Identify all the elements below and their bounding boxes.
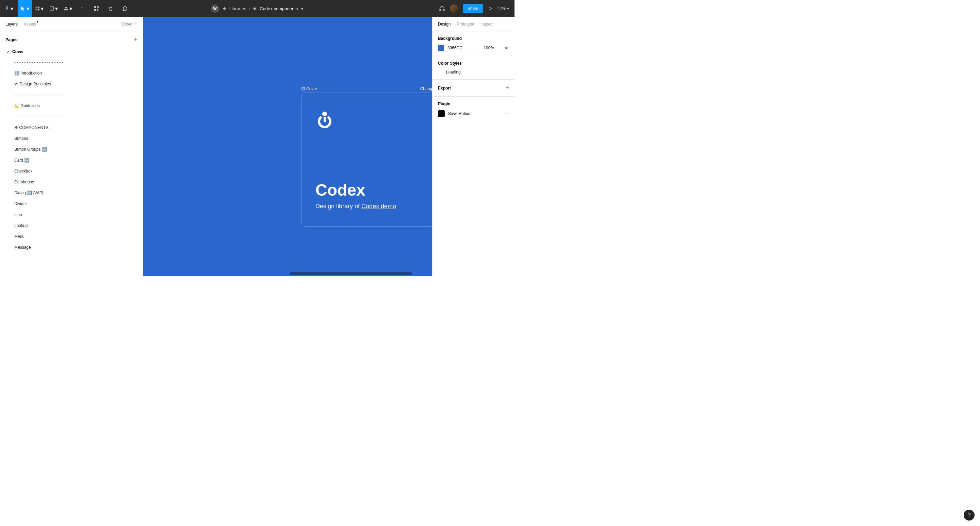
tab-inspect[interactable]: Inspect [480, 22, 494, 27]
zoom-control[interactable]: 47% ▾ [498, 6, 509, 11]
page-list: - - - - - - - - - - - - - - - - - - - - … [0, 57, 143, 253]
frame-tool-button[interactable]: ▾ [32, 0, 46, 17]
right-panel: Design Prototype Inspect Background 3366… [432, 17, 514, 276]
caret-icon: ✓ [7, 50, 10, 54]
svg-rect-9 [50, 7, 53, 10]
remove-plugin-button[interactable]: — [505, 111, 509, 116]
page-item[interactable]: ℹ️ Introduction [9, 68, 143, 79]
wikimedia-logo-icon [315, 110, 334, 128]
page-item[interactable]: - - - - - - - - - - - - - - - - - - - - [9, 89, 143, 100]
cover-frame[interactable]: Codex Design library of Codex demo Butto… [301, 92, 432, 227]
left-panel: Layers Assets Cover ⌃ Pages + ✓ Cover - … [0, 17, 143, 276]
plugin-section-title: Plugin [438, 102, 509, 106]
color-styles-loading: Loading [438, 70, 509, 75]
svg-rect-4 [6, 9, 7, 10]
breadcrumb-file[interactable]: Codex components [259, 6, 298, 11]
chevron-down-icon: ▾ [507, 6, 509, 11]
chevron-down-icon: ▾ [69, 5, 72, 12]
play-icon[interactable] [488, 6, 493, 11]
resources-tool-button[interactable] [89, 0, 103, 17]
page-selector[interactable]: Cover ⌃ [122, 22, 137, 27]
page-item[interactable]: Combobox [9, 176, 143, 188]
breadcrumb: W ❖ Libraries / ❖ Codex components ▾ [211, 5, 304, 13]
svg-rect-21 [324, 117, 326, 122]
add-page-button[interactable]: + [134, 36, 137, 43]
tab-assets[interactable]: Assets [24, 22, 36, 27]
svg-rect-0 [6, 6, 7, 8]
svg-rect-3 [7, 8, 8, 9]
pen-tool-button[interactable]: ▾ [60, 0, 75, 17]
pages-header-label: Pages [5, 37, 18, 42]
tab-prototype[interactable]: Prototype [457, 22, 474, 27]
tab-design[interactable]: Design [438, 22, 450, 27]
breadcrumb-library[interactable]: Libraries [229, 6, 247, 11]
background-opacity[interactable]: 100% [484, 46, 494, 50]
page-item[interactable]: Icon [9, 209, 143, 220]
frame-label[interactable]: Cover [301, 86, 317, 91]
headphones-icon[interactable] [439, 5, 445, 11]
background-hex[interactable]: 3366CC [447, 46, 463, 50]
chevron-down-icon: ▾ [27, 5, 29, 12]
svg-rect-12 [97, 6, 98, 8]
page-row-current[interactable]: ✓ Cover [0, 47, 143, 57]
move-tool-button[interactable]: ▾ [18, 0, 32, 17]
svg-rect-13 [94, 9, 95, 11]
cover-title: Codex [315, 181, 432, 199]
page-item[interactable]: Button Groups 🆕 [9, 144, 143, 155]
page-item[interactable]: Lookup [9, 220, 143, 231]
plugin-icon: ⋮⋮ [438, 110, 445, 117]
text-tool-button[interactable]: T [75, 0, 89, 17]
cover-subtitle: Design library of Codex demo [315, 203, 432, 210]
page-item[interactable]: Checkbox [9, 166, 143, 176]
chevron-down-icon: ▾ [55, 5, 58, 12]
chevron-up-icon: ⌃ [134, 22, 137, 27]
svg-rect-11 [94, 6, 95, 8]
page-item[interactable]: Card 🆕 [9, 155, 143, 166]
tab-layers[interactable]: Layers [5, 22, 18, 27]
hand-tool-button[interactable] [103, 0, 118, 17]
share-button[interactable]: Share [463, 4, 483, 13]
page-item[interactable]: 👁 Design Principles [9, 79, 143, 89]
chevron-down-icon: ▾ [11, 5, 13, 12]
background-section-title: Background [438, 36, 509, 41]
visibility-icon[interactable] [504, 46, 509, 50]
plugin-name[interactable]: Save Ratios [448, 111, 470, 116]
page-item[interactable]: - - - - - - - - - - - - - - - - - - - - [9, 111, 143, 122]
horizontal-scrollbar[interactable] [290, 272, 412, 275]
svg-text:T: T [81, 6, 84, 11]
page-item[interactable]: ❖ COMPONENTS: [9, 122, 143, 133]
page-item[interactable]: Menu [9, 231, 143, 242]
add-export-button[interactable]: + [505, 84, 509, 92]
export-section-title: Export [438, 86, 451, 91]
top-toolbar: ▾ ▾ ▾ ▾ ▾ T W [0, 0, 514, 17]
chevron-down-icon[interactable]: ▾ [301, 6, 304, 11]
canvas[interactable]: Cover Codex Design library of Codex demo… [143, 17, 432, 276]
figma-menu-button[interactable]: ▾ [0, 0, 18, 17]
user-avatar[interactable] [450, 5, 458, 13]
frame-label[interactable]: Chang [420, 86, 432, 91]
team-avatar[interactable]: W [211, 5, 219, 13]
svg-point-22 [506, 47, 508, 49]
page-item[interactable]: - - - - - - - - - - - - - - - - - - - - [9, 57, 143, 68]
chevron-down-icon: ▾ [41, 5, 43, 12]
page-item[interactable]: Buttons [9, 133, 143, 144]
svg-rect-2 [6, 8, 7, 9]
background-color-swatch[interactable] [438, 45, 444, 51]
comment-tool-button[interactable] [118, 0, 132, 17]
color-styles-title: Color Styles [438, 61, 509, 66]
page-item[interactable]: Dialog 🆕 [WIP] [9, 188, 143, 199]
page-item[interactable]: 📐 Guidelines [9, 100, 143, 111]
svg-rect-1 [7, 6, 8, 8]
shape-tool-button[interactable]: ▾ [46, 0, 60, 17]
page-item[interactable]: Divider [9, 199, 143, 209]
page-item[interactable]: Message [9, 242, 143, 253]
svg-point-20 [322, 111, 327, 116]
